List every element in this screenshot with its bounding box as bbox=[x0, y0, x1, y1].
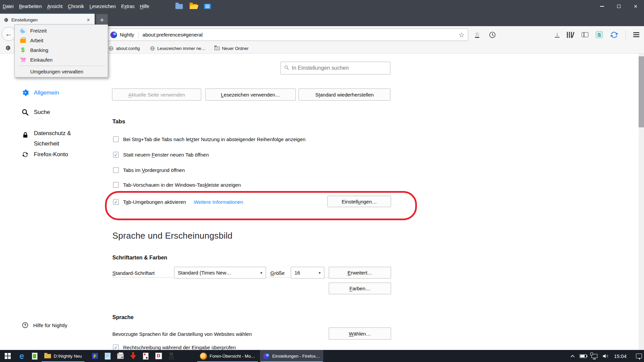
learn-more-link[interactable]: Weitere Informationen bbox=[194, 199, 243, 205]
menu-chronik[interactable]: Chronik bbox=[65, 0, 87, 13]
bookmark-neuer-ordner[interactable]: Neuer Ordner bbox=[212, 46, 251, 51]
restore-button[interactable] bbox=[610, 0, 627, 13]
choose-language-button[interactable]: Wählen… bbox=[329, 327, 391, 340]
open-folder-icon[interactable] bbox=[190, 4, 197, 9]
checkbox-unchecked[interactable] bbox=[113, 182, 119, 188]
battery-icon[interactable] bbox=[580, 354, 587, 358]
checkbox-checked[interactable] bbox=[113, 345, 119, 350]
taskbar-camera-button[interactable] bbox=[165, 350, 178, 362]
menu-hilfe[interactable]: Hilfe bbox=[137, 0, 152, 13]
bookmark-star-icon[interactable]: ☆ bbox=[459, 31, 465, 39]
sidebar-item-datenschutz[interactable]: Datenschutz &Sicherheit bbox=[21, 128, 71, 149]
tray-chevron-icon[interactable] bbox=[570, 355, 575, 358]
nightly-logo-icon bbox=[110, 32, 117, 38]
library-button[interactable] bbox=[567, 32, 574, 38]
sidebar-item-suche[interactable]: Suche bbox=[21, 109, 50, 116]
action-center-icon[interactable] bbox=[636, 354, 642, 358]
menu-lesezeichen[interactable]: Lesezeichen bbox=[87, 0, 119, 13]
option-taskbar-previews[interactable]: Tab-Vorschauen in der Windows-Taskleiste… bbox=[113, 182, 241, 188]
taskbar-cards-button[interactable] bbox=[140, 350, 152, 362]
sidebar-item-firefox-konto[interactable]: Firefox-Konto bbox=[21, 151, 68, 158]
taskbar-edge-button[interactable]: e bbox=[15, 350, 28, 362]
menu-item-label: Arbeit bbox=[30, 38, 43, 43]
windows-logo-icon bbox=[5, 353, 11, 359]
colors-button[interactable]: Farben… bbox=[329, 283, 391, 294]
volume-icon[interactable] bbox=[602, 353, 609, 359]
start-button[interactable] bbox=[0, 350, 15, 362]
settings-gear-icon[interactable] bbox=[5, 45, 11, 52]
taskbar-d-app-button[interactable]: D bbox=[152, 350, 165, 362]
forum-app-icon bbox=[200, 353, 207, 360]
checkbox-checked[interactable] bbox=[113, 199, 119, 205]
menu-bearbeiten[interactable]: Bearbeiten bbox=[16, 0, 45, 13]
edge-icon: e bbox=[19, 351, 24, 361]
search-input[interactable] bbox=[292, 65, 387, 71]
minimize-button[interactable] bbox=[594, 0, 610, 13]
url-text[interactable]: about:preferences#general bbox=[143, 32, 459, 38]
taskbar-download-app-button[interactable] bbox=[127, 350, 140, 362]
history-button[interactable] bbox=[489, 28, 496, 41]
bookmark-about-config[interactable]: about:config bbox=[106, 46, 143, 51]
checkbox-unchecked[interactable] bbox=[113, 136, 119, 142]
advanced-button[interactable]: Erweitert… bbox=[329, 267, 391, 279]
option-tabs-foreground[interactable]: Tabs im Vordergrund öffnen bbox=[113, 167, 185, 173]
menu-datei[interactable]: Datei bbox=[0, 0, 16, 13]
scrollbar-thumb[interactable] bbox=[639, 56, 644, 127]
briefcase-icon bbox=[19, 38, 26, 43]
option-ctrl-tab[interactable]: Bei Strg+Tab die Tabs nach letzter Nutzu… bbox=[113, 136, 306, 142]
menu-separator bbox=[19, 66, 106, 66]
menu-item-arbeit[interactable]: Arbeit bbox=[15, 36, 108, 45]
clock-time[interactable]: 15:04 bbox=[614, 353, 627, 359]
use-bookmark-button[interactable]: Lesezeichen verwenden… bbox=[205, 88, 296, 101]
option-container-tabs[interactable]: Tab-Umgebungen aktivieren Weitere Inform… bbox=[113, 199, 243, 205]
checkbox-unchecked[interactable] bbox=[113, 167, 119, 173]
menu-item-label: Einkaufen bbox=[30, 57, 53, 63]
taskbar-f-app-button[interactable]: F bbox=[89, 350, 101, 362]
bookmark-lesezeichen[interactable]: Lesezeichen immer ne… bbox=[147, 46, 208, 51]
font-size-value: 16 bbox=[294, 270, 300, 276]
preferences-search[interactable] bbox=[280, 62, 390, 74]
restore-default-button[interactable]: Standard wiederherstellen bbox=[299, 88, 390, 101]
menu-ansicht[interactable]: Ansicht bbox=[44, 0, 65, 13]
taskbar-notepad-button[interactable] bbox=[101, 350, 114, 362]
tab-einstellungen[interactable]: Einstellungen × bbox=[0, 13, 95, 26]
sidebar-item-allgemein[interactable]: Allgemein bbox=[21, 89, 59, 97]
library-icon bbox=[567, 32, 568, 38]
taskbar-foren-window[interactable]: Foren-Übersicht - Mo… bbox=[197, 350, 259, 362]
folder-icon[interactable] bbox=[175, 4, 183, 9]
save-to-toolbar-button[interactable]: ☆ bbox=[475, 28, 480, 41]
option-spellcheck[interactable]: Rechtschreibung während der Eingabe über… bbox=[113, 345, 236, 350]
taskbar-firefox-window[interactable]: Einstellungen - Firefox… bbox=[260, 350, 323, 362]
sidebar-label: Firefox-Konto bbox=[34, 151, 68, 158]
refresh-extension-button[interactable] bbox=[610, 31, 618, 39]
sidebar-toggle-button[interactable] bbox=[582, 32, 588, 37]
back-button[interactable]: ← bbox=[2, 27, 16, 41]
tab-close-icon[interactable]: × bbox=[86, 17, 91, 23]
app-menu-button[interactable] bbox=[633, 32, 639, 37]
container-settings-button[interactable]: Einstellungen… bbox=[327, 196, 391, 207]
taskbar-folder-window[interactable]: D:\Nightly Neu bbox=[41, 350, 85, 362]
taskbar-printer-button[interactable] bbox=[114, 350, 127, 362]
toolbar-separator bbox=[626, 31, 626, 39]
menu-item-banking[interactable]: $ Banking bbox=[15, 45, 108, 55]
taskbar-window-label: D:\Nightly Neu bbox=[54, 354, 82, 359]
network-icon[interactable] bbox=[591, 354, 597, 358]
taskbar-app-button[interactable] bbox=[28, 350, 41, 362]
font-size-select[interactable]: 16 ▾ bbox=[291, 267, 324, 279]
chevron-down-icon: ▾ bbox=[260, 270, 262, 275]
stylish-extension-button[interactable]: S bbox=[596, 31, 603, 38]
menu-extras[interactable]: Extras bbox=[118, 0, 137, 13]
use-current-page-button[interactable]: Aktuelle Seite verwenden bbox=[112, 88, 201, 101]
font-family-value: Standard (Times New… bbox=[178, 270, 231, 276]
url-bar[interactable]: Nightly about:preferences#general ☆ bbox=[107, 28, 468, 41]
downloads-button[interactable]: ↓ bbox=[555, 32, 559, 38]
font-family-select[interactable]: Standard (Times New… ▾ bbox=[174, 267, 266, 279]
bookmarks-list-icon[interactable] bbox=[204, 4, 211, 9]
close-button[interactable]: × bbox=[627, 0, 644, 13]
menu-item-einkaufen[interactable]: Einkaufen bbox=[15, 55, 108, 65]
option-new-tab-instead-window[interactable]: Statt neuem Fenster neuen Tab öffnen bbox=[113, 152, 209, 158]
menu-item-freizeit[interactable]: Freizeit bbox=[15, 26, 108, 36]
checkbox-checked[interactable] bbox=[113, 152, 119, 158]
sidebar-item-hilfe[interactable]: ? Hilfe für Nightly bbox=[21, 322, 67, 328]
menu-item-manage-containers[interactable]: Umgebungen verwalten bbox=[15, 67, 108, 76]
